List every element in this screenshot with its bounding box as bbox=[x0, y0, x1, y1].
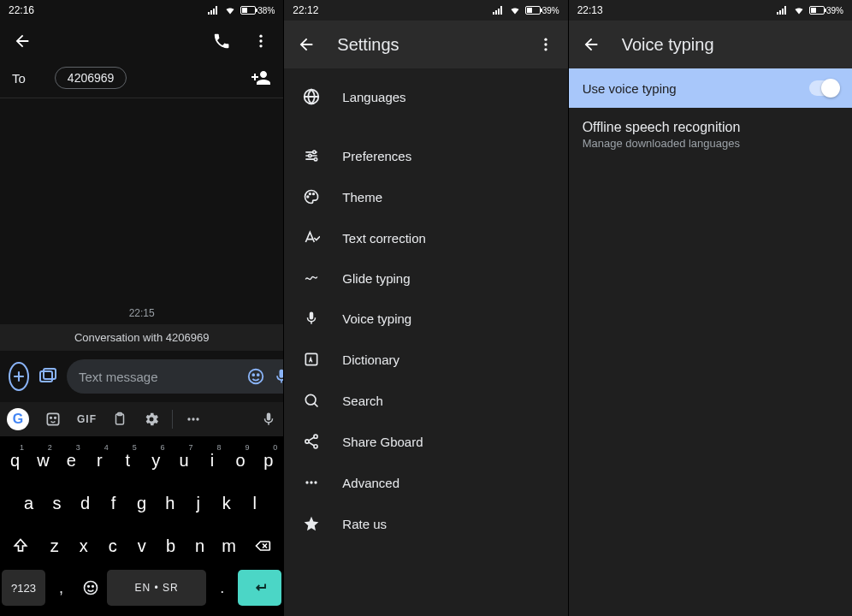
attach-button[interactable] bbox=[9, 362, 29, 391]
svg-point-27 bbox=[310, 193, 311, 195]
battery-indicator: 39% bbox=[525, 6, 559, 15]
settings-item-label: Voice typing bbox=[342, 311, 411, 326]
svg-point-16 bbox=[85, 582, 98, 595]
settings-item-label: Glide typing bbox=[342, 271, 410, 286]
key-x[interactable]: x bbox=[70, 527, 98, 565]
message-input[interactable] bbox=[79, 370, 241, 384]
space-key[interactable]: EN • SR bbox=[107, 570, 207, 606]
emoji-key[interactable] bbox=[77, 570, 105, 606]
key-r[interactable]: 4r bbox=[86, 441, 113, 479]
clipboard-icon[interactable] bbox=[112, 411, 127, 428]
status-time: 22:16 bbox=[9, 4, 34, 16]
key-b[interactable]: b bbox=[157, 527, 185, 565]
svg-point-21 bbox=[544, 48, 547, 50]
settings-item-languages[interactable]: Languages bbox=[284, 75, 567, 118]
google-logo-icon[interactable]: G bbox=[7, 408, 29, 430]
key-l[interactable]: l bbox=[241, 484, 268, 522]
key-z[interactable]: z bbox=[41, 527, 68, 565]
call-icon[interactable] bbox=[211, 31, 232, 51]
setting-subtitle: Manage downloaded languages bbox=[583, 137, 838, 150]
svg-point-1 bbox=[260, 39, 263, 42]
settings-item-dictionary[interactable]: Dictionary bbox=[284, 339, 567, 380]
key-c[interactable]: c bbox=[99, 527, 127, 565]
status-bar: 22:16 38% bbox=[0, 0, 283, 21]
comma-key[interactable]: , bbox=[47, 570, 75, 606]
key-o[interactable]: 9o bbox=[227, 441, 253, 479]
key-m[interactable]: m bbox=[216, 527, 243, 565]
key-q[interactable]: 1q bbox=[2, 441, 28, 479]
offline-speech-item[interactable]: Offline speech recognition Manage downlo… bbox=[569, 108, 852, 162]
key-s[interactable]: s bbox=[44, 484, 70, 522]
switch-on-icon bbox=[809, 80, 838, 96]
phone-voice-typing: 22:13 39% Voice typing Use voice typing … bbox=[569, 0, 852, 616]
more-icon[interactable] bbox=[535, 34, 556, 55]
settings-item-label: Text correction bbox=[342, 231, 426, 246]
keyboard-mic-icon[interactable] bbox=[261, 411, 276, 428]
compose-bar bbox=[0, 351, 283, 402]
settings-item-voice-typing[interactable]: Voice typing bbox=[284, 298, 567, 339]
key-e[interactable]: 3e bbox=[58, 441, 85, 479]
key-a[interactable]: a bbox=[15, 484, 42, 522]
palette-icon bbox=[301, 188, 322, 205]
settings-item-rate-us[interactable]: Rate us bbox=[284, 503, 567, 544]
settings-item-share-gboard[interactable]: Share Gboard bbox=[284, 421, 567, 462]
enter-key[interactable] bbox=[238, 570, 281, 606]
shift-key[interactable] bbox=[2, 527, 39, 565]
back-icon[interactable] bbox=[581, 34, 601, 55]
conversation-banner: Conversation with 4206969 bbox=[0, 324, 283, 351]
key-f[interactable]: f bbox=[100, 484, 127, 522]
settings-item-advanced[interactable]: Advanced bbox=[284, 462, 567, 503]
settings-item-glide-typing[interactable]: Glide typing bbox=[284, 258, 567, 298]
key-g[interactable]: g bbox=[128, 484, 155, 522]
more-icon[interactable] bbox=[251, 31, 271, 51]
toolbar-separator bbox=[172, 410, 173, 429]
settings-item-theme[interactable]: Theme bbox=[284, 176, 567, 217]
key-n[interactable]: n bbox=[186, 527, 214, 565]
gif-button[interactable]: GIF bbox=[77, 413, 97, 425]
emoji-icon[interactable] bbox=[245, 365, 267, 388]
textcorr-icon bbox=[301, 229, 322, 246]
backspace-key[interactable] bbox=[245, 527, 282, 565]
signal-icon bbox=[493, 6, 505, 15]
key-u[interactable]: 7u bbox=[171, 441, 198, 479]
key-d[interactable]: d bbox=[72, 484, 98, 522]
add-contact-icon[interactable] bbox=[251, 68, 271, 88]
message-input-wrap bbox=[67, 359, 284, 394]
toolbar-more-icon[interactable] bbox=[185, 411, 202, 428]
settings-gear-icon[interactable] bbox=[143, 411, 160, 428]
svg-rect-4 bbox=[44, 369, 56, 379]
key-p[interactable]: 0p bbox=[255, 441, 281, 479]
svg-point-13 bbox=[187, 418, 190, 420]
back-icon[interactable] bbox=[12, 31, 33, 51]
period-key[interactable]: . bbox=[208, 570, 236, 606]
conversation-area: 22:15 Conversation with 4206969 bbox=[0, 98, 283, 351]
settings-item-preferences[interactable]: Preferences bbox=[284, 135, 567, 176]
sliders-icon bbox=[301, 147, 322, 164]
key-j[interactable]: j bbox=[185, 484, 211, 522]
keyboard-keys: 1q2w3e4r5t6y7u8i9o0p asdfghjkl zxcvbnm ?… bbox=[0, 436, 283, 616]
key-h[interactable]: h bbox=[157, 484, 183, 522]
settings-item-label: Advanced bbox=[342, 476, 399, 490]
key-t[interactable]: 5t bbox=[115, 441, 141, 479]
page-title: Settings bbox=[337, 35, 514, 55]
mic-icon[interactable] bbox=[270, 365, 284, 388]
app-bar: Settings bbox=[284, 21, 567, 68]
settings-item-search[interactable]: Search bbox=[284, 380, 567, 421]
key-k[interactable]: k bbox=[213, 484, 240, 522]
key-w[interactable]: 2w bbox=[30, 441, 56, 479]
gallery-button[interactable] bbox=[38, 362, 58, 391]
key-i[interactable]: 8i bbox=[199, 441, 226, 479]
recipient-chip[interactable]: 4206969 bbox=[55, 67, 127, 89]
back-icon[interactable] bbox=[296, 34, 317, 55]
use-voice-typing-toggle[interactable]: Use voice typing bbox=[569, 68, 852, 108]
svg-point-17 bbox=[88, 586, 90, 588]
sticker-icon[interactable] bbox=[44, 411, 62, 428]
settings-item-text-correction[interactable]: Text correction bbox=[284, 217, 567, 258]
key-v[interactable]: v bbox=[128, 527, 156, 565]
symbols-key[interactable]: ?123 bbox=[2, 570, 45, 606]
settings-item-label: Dictionary bbox=[342, 352, 399, 367]
key-y[interactable]: 6y bbox=[143, 441, 169, 479]
phone-settings: 22:12 39% Settings LanguagesPreferencesT… bbox=[284, 0, 568, 616]
settings-list: LanguagesPreferencesThemeText correction… bbox=[284, 68, 567, 551]
svg-rect-8 bbox=[47, 413, 58, 424]
